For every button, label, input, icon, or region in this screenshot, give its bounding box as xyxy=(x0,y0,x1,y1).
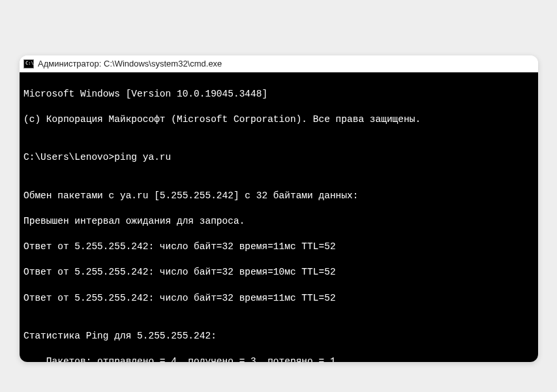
terminal-line: Пакетов: отправлено = 4, получено = 3, п… xyxy=(23,355,534,362)
window-title: Администратор: C:\Windows\system32\cmd.e… xyxy=(38,59,222,68)
terminal-line: Ответ от 5.255.255.242: число байт=32 вр… xyxy=(23,241,534,254)
terminal-line: Ответ от 5.255.255.242: число байт=32 вр… xyxy=(23,292,534,305)
terminal-line: Статистика Ping для 5.255.255.242: xyxy=(23,330,534,343)
terminal-line: Превышен интервал ожидания для запроса. xyxy=(23,215,534,228)
terminal-line: (c) Корпорация Майкрософт (Microsoft Cor… xyxy=(23,113,534,127)
titlebar[interactable]: C:\ Администратор: C:\Windows\system32\c… xyxy=(20,55,538,72)
cmd-icon: C:\ xyxy=(23,59,34,68)
terminal-line: Обмен пакетами с ya.ru [5.255.255.242] с… xyxy=(23,190,534,203)
terminal-line: Microsoft Windows [Version 10.0.19045.34… xyxy=(23,88,534,101)
terminal-line: C:\Users\Lenovo>ping ya.ru xyxy=(23,151,534,164)
cmd-window: C:\ Администратор: C:\Windows\system32\c… xyxy=(20,55,538,362)
terminal-line: Ответ от 5.255.255.242: число байт=32 вр… xyxy=(23,266,534,279)
terminal-output[interactable]: Microsoft Windows [Version 10.0.19045.34… xyxy=(20,72,538,362)
